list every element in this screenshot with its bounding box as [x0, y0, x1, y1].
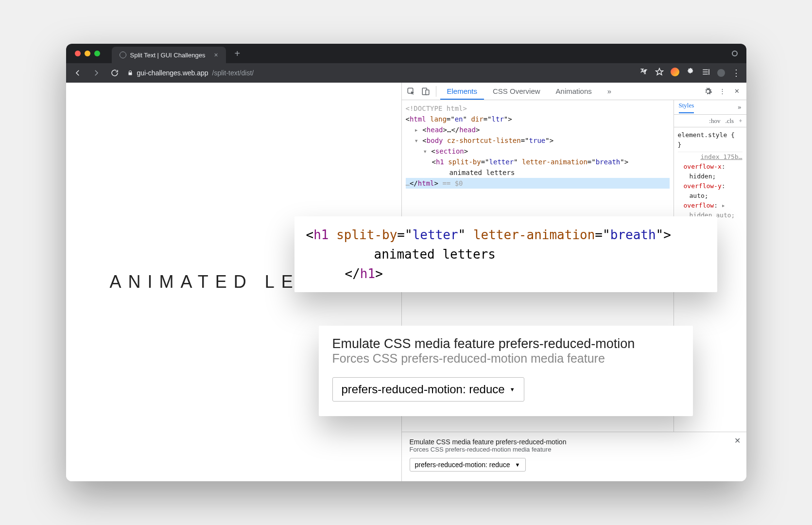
cls-toggle[interactable]: .cls [725, 117, 734, 125]
close-devtools-icon[interactable]: ✕ [731, 88, 743, 95]
select-value: prefers-reduced-motion: reduce [415, 461, 510, 469]
close-window-icon[interactable] [75, 51, 81, 56]
tab-animations[interactable]: Animations [549, 83, 599, 100]
overlay-rendering-title: Emulate CSS media feature prefers-reduce… [332, 336, 679, 351]
overlay-code-snippet: <h1 split-by="letter" letter-animation="… [294, 216, 717, 292]
tab-title: Split Text | GUI Challenges [130, 52, 206, 59]
overlay-select-value: prefers-reduced-motion: reduce [342, 383, 505, 396]
styles-tab[interactable]: Styles [679, 102, 694, 113]
rule-source[interactable]: index 175b… [678, 152, 743, 162]
devtools-tabs: Elements CSS Overview Animations » ⋮ ✕ [402, 83, 746, 100]
forward-button[interactable] [90, 67, 102, 79]
minimize-window-icon[interactable] [85, 51, 90, 56]
window-controls [75, 51, 100, 56]
kebab-menu-icon[interactable]: ⋮ [732, 68, 741, 78]
reload-button[interactable] [109, 67, 121, 79]
h1-open-line[interactable]: <h1 split-by="letter" letter-animation="… [406, 157, 670, 167]
translate-icon[interactable] [639, 68, 648, 78]
html-open-line[interactable]: <html lang="en" dir="ltr"> [406, 114, 670, 124]
body-line[interactable]: <body cz-shortcut-listen="true"> [406, 135, 670, 146]
browser-window: Split Text | GUI Challenges × + gui-chal… [66, 44, 746, 481]
divider [436, 86, 436, 97]
section-line[interactable]: <section> [406, 146, 670, 157]
extension-icon-1[interactable] [671, 68, 679, 78]
bookmark-icon[interactable] [655, 68, 664, 78]
styles-body[interactable]: element.style { } index 175b… overflow-x… [674, 127, 746, 223]
chevron-down-icon: ▼ [510, 386, 515, 392]
svg-rect-2 [426, 90, 429, 95]
reading-list-icon[interactable] [702, 68, 710, 78]
reduced-motion-select[interactable]: prefers-reduced-motion: reduce ▼ [410, 458, 526, 472]
maximize-window-icon[interactable] [94, 51, 100, 56]
rendering-title: Emulate CSS media feature prefers-reduce… [410, 438, 739, 446]
styles-overflow[interactable]: » [738, 104, 742, 111]
tab-elements[interactable]: Elements [440, 83, 484, 100]
globe-icon [120, 52, 126, 58]
gear-icon[interactable] [702, 87, 714, 96]
lock-icon [127, 70, 133, 76]
close-drawer-icon[interactable]: ✕ [734, 436, 741, 445]
rendering-sub: Forces CSS prefers-reduced-motion media … [410, 446, 739, 453]
head-line[interactable]: <head>…</head> [406, 124, 670, 135]
doctype-line: <!DOCTYPE html> [406, 103, 670, 114]
device-toggle-icon[interactable] [419, 87, 432, 96]
html-close-line[interactable]: …</html> == $0 [406, 178, 670, 189]
address-bar[interactable]: gui-challenges.web.app/split-text/dist/ [127, 69, 254, 77]
inspect-icon[interactable] [405, 87, 417, 96]
h1-text-line[interactable]: animated letters [406, 167, 670, 178]
new-tab-button[interactable]: + [235, 48, 241, 59]
extensions-icon[interactable] [686, 68, 695, 78]
add-rule-icon[interactable]: + [739, 117, 742, 125]
rule-close: } [678, 140, 743, 150]
overlay-code-text: animated letters [306, 245, 706, 264]
profile-icon[interactable] [732, 51, 738, 56]
browser-tab[interactable]: Split Text | GUI Challenges × [112, 47, 226, 63]
chevron-down-icon: ▼ [515, 462, 520, 468]
url-host: gui-challenges.web.app [137, 69, 208, 77]
toolbar-actions: ⋮ [639, 68, 741, 78]
overlay-rendering-sub: Forces CSS prefers-reduced-motion media … [332, 351, 679, 366]
overlay-rendering-option: Emulate CSS media feature prefers-reduce… [319, 326, 693, 416]
tab-css-overview[interactable]: CSS Overview [486, 83, 547, 100]
overlay-reduced-motion-select[interactable]: prefers-reduced-motion: reduce ▼ [332, 377, 524, 402]
toolbar: gui-challenges.web.app/split-text/dist/ … [66, 63, 746, 83]
content-area: ANIMATED LETTERS Elements CSS Overview A… [66, 83, 746, 481]
rendering-panel: ✕ Emulate CSS media feature prefers-redu… [402, 432, 746, 481]
tabs-overflow[interactable]: » [601, 83, 618, 100]
close-tab-icon[interactable]: × [214, 51, 218, 59]
avatar-icon[interactable] [717, 69, 725, 77]
url-path: /split-text/dist/ [212, 69, 254, 77]
rule-selector: element.style { [678, 130, 743, 140]
titlebar: Split Text | GUI Challenges × + [66, 44, 746, 63]
hov-toggle[interactable]: :hov [709, 117, 720, 125]
back-button[interactable] [72, 67, 84, 79]
devtools-kebab-icon[interactable]: ⋮ [716, 88, 729, 95]
